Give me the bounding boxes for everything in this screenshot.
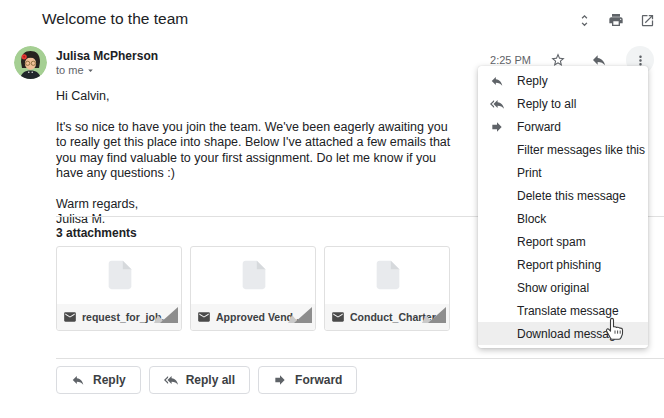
reply-button[interactable]: Reply [56, 366, 141, 394]
menu-item-block[interactable]: Block [478, 207, 648, 230]
document-icon [237, 258, 271, 296]
folded-corner [154, 306, 178, 327]
envelope-icon [197, 310, 211, 324]
body-greeting: Hi Calvin, [56, 89, 460, 105]
document-icon [103, 258, 137, 296]
print-icon[interactable] [608, 12, 624, 28]
forward-icon [490, 120, 517, 134]
sender-avatar[interactable] [14, 46, 47, 79]
email-body: Hi Calvin, It's so nice to have you join… [56, 89, 460, 228]
reply-icon [490, 74, 517, 88]
menu-item-show-original[interactable]: Show original [478, 276, 648, 299]
reply-all-icon [164, 373, 178, 387]
expand-collapse-icon[interactable] [577, 13, 592, 28]
menu-item-report-phishing[interactable]: Report phishing [478, 253, 648, 276]
attachment-card[interactable]: Approved Vend... [190, 246, 316, 331]
reply-all-icon [490, 97, 517, 111]
attachment-card[interactable]: request_for_job.. [56, 246, 182, 331]
actions-divider [56, 358, 664, 359]
forward-icon [273, 373, 287, 387]
menu-item-print[interactable]: Print [478, 161, 648, 184]
document-icon [371, 258, 405, 296]
attachments-header: 3 attachments [56, 226, 137, 240]
attachments-row: request_for_job.. Approved Vend... [56, 246, 450, 331]
sender-name: Julisa McPherson [56, 49, 158, 63]
menu-item-reply[interactable]: Reply [478, 69, 648, 92]
body-closing: Warm regards, [56, 197, 460, 213]
menu-item-filter-messages[interactable]: Filter messages like this [478, 138, 648, 161]
envelope-icon [331, 310, 345, 324]
recipient-label: to me [56, 64, 84, 76]
envelope-icon [63, 310, 77, 324]
message-options-menu: Reply Reply to all Forward Filter messag… [478, 66, 648, 348]
dropdown-arrow-icon [85, 65, 96, 76]
reply-all-button[interactable]: Reply all [149, 366, 250, 394]
menu-item-forward[interactable]: Forward [478, 115, 648, 138]
menu-item-delete-message[interactable]: Delete this message [478, 184, 648, 207]
folded-corner [288, 306, 312, 327]
message-time: 2:25 PM [490, 54, 531, 66]
menu-item-report-spam[interactable]: Report spam [478, 230, 648, 253]
header-toolbar [577, 12, 655, 28]
menu-item-reply-to-all[interactable]: Reply to all [478, 92, 648, 115]
mouse-cursor [602, 315, 626, 345]
open-in-new-icon[interactable] [640, 13, 655, 28]
body-paragraph: It's so nice to have you join the team. … [56, 120, 460, 182]
reply-icon [71, 373, 85, 387]
forward-button[interactable]: Forward [258, 366, 357, 394]
attachment-card[interactable]: Conduct_Charter [324, 246, 450, 331]
gmail-message-view: Welcome to the team Julisa McPherson [0, 0, 664, 418]
folded-corner [422, 306, 446, 327]
email-subject: Welcome to the team [42, 10, 188, 28]
quick-actions: Reply Reply all Forward [56, 366, 357, 394]
recipient-details-toggle[interactable]: to me [56, 64, 96, 76]
